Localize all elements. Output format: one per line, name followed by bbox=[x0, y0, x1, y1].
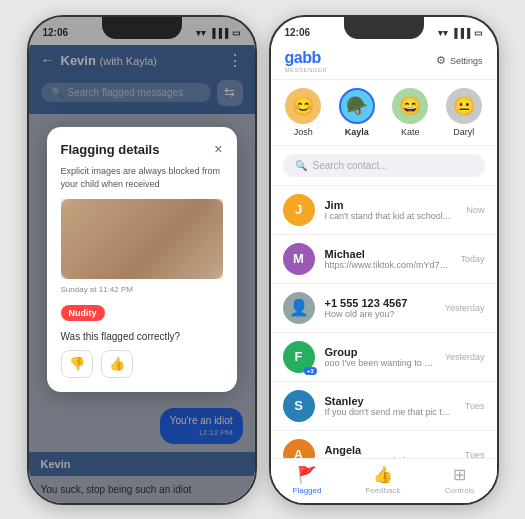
search-placeholder-right: Search contact... bbox=[313, 160, 388, 171]
left-phone: 12:06 ▾▾ ▐▐▐ ▭ ← Kevin (with Kayla) ⋮ 🔍 … bbox=[27, 15, 257, 505]
contact-unknown[interactable]: 👤 +1 555 123 4567 How old are you? Yeste… bbox=[271, 284, 497, 333]
thumb-up-button[interactable]: 👍 bbox=[101, 350, 133, 378]
nav-flagged[interactable]: 🚩 Flagged bbox=[293, 465, 322, 495]
thumb-down-button[interactable]: 👎 bbox=[61, 350, 93, 378]
flag-icon: 🚩 bbox=[297, 465, 317, 484]
controls-icon: ⊞ bbox=[453, 465, 466, 484]
group-badge: +3 bbox=[304, 367, 317, 375]
nav-feedback[interactable]: 👍 Feedback bbox=[365, 465, 400, 495]
contact-avatar-unknown: 👤 bbox=[283, 292, 315, 324]
contact-info-jim: Jim I can't stand that kid at school... bbox=[325, 199, 457, 221]
nudity-badge: Nudity bbox=[61, 305, 105, 321]
settings-label: Settings bbox=[450, 56, 483, 66]
contact-avatar-angela: A bbox=[283, 439, 315, 458]
avatar-name-kayla: Kayla bbox=[345, 127, 369, 137]
search-bar-right: 🔍 Search contact... bbox=[271, 146, 497, 186]
avatar-daryl[interactable]: 😐 Daryl bbox=[446, 88, 482, 137]
time-right: 12:06 bbox=[285, 27, 311, 38]
thumb-buttons: 👎 👍 bbox=[61, 350, 223, 378]
signal-icon-right: ▐▐▐ bbox=[451, 28, 470, 38]
wifi-icon-right: ▾▾ bbox=[438, 28, 448, 38]
gabb-logo-area: gabb MESSENGER bbox=[285, 49, 328, 73]
avatar-circle-kayla: 🪖 bbox=[339, 88, 375, 124]
modal-overlay: Flagging details × Explicit images are a… bbox=[29, 45, 255, 503]
contact-info-unknown: +1 555 123 4567 How old are you? bbox=[325, 297, 435, 319]
contact-info-michael: Michael https://www.tiktok.com/mYd773... bbox=[325, 248, 451, 270]
avatar-kayla[interactable]: 🪖 Kayla bbox=[339, 88, 375, 137]
contact-info-angela: Angela Don't be an asswhole bbox=[325, 444, 455, 458]
contact-group[interactable]: F +3 Group ooo I've been wanting to vape… bbox=[271, 333, 497, 382]
modal-description: Explicit images are always blocked from … bbox=[61, 165, 223, 190]
contact-angela[interactable]: A Angela Don't be an asswhole Tues bbox=[271, 431, 497, 458]
contact-stanley[interactable]: S Stanley If you don't send me that pic … bbox=[271, 382, 497, 431]
avatar-name-daryl: Daryl bbox=[453, 127, 474, 137]
flagging-question: Was this flagged correctly? bbox=[61, 331, 223, 342]
contact-jim[interactable]: J Jim I can't stand that kid at school..… bbox=[271, 186, 497, 235]
contact-avatar-jim: J bbox=[283, 194, 315, 226]
avatar-circle-josh: 😊 bbox=[285, 88, 321, 124]
status-icons-right: ▾▾ ▐▐▐ ▭ bbox=[438, 28, 482, 38]
modal-header: Flagging details × bbox=[61, 141, 223, 157]
contact-michael[interactable]: M Michael https://www.tiktok.com/mYd773.… bbox=[271, 235, 497, 284]
nav-controls[interactable]: ⊞ Controls bbox=[445, 465, 475, 495]
feedback-icon: 👍 bbox=[373, 465, 393, 484]
gabb-sub: MESSENGER bbox=[285, 67, 328, 73]
contact-info-group: Group ooo I've been wanting to vape... bbox=[325, 346, 435, 368]
gear-icon: ⚙ bbox=[436, 54, 446, 67]
settings-button[interactable]: ⚙ Settings bbox=[436, 54, 483, 67]
avatar-kate[interactable]: 😄 Kate bbox=[392, 88, 428, 137]
contact-avatar-group: F +3 bbox=[283, 341, 315, 373]
notch-right bbox=[344, 17, 424, 39]
avatar-name-josh: Josh bbox=[294, 127, 313, 137]
right-phone: 12:06 ▾▾ ▐▐▐ ▭ gabb MESSENGER ⚙ Settings… bbox=[269, 15, 499, 505]
avatar-name-kate: Kate bbox=[401, 127, 420, 137]
nav-feedback-label: Feedback bbox=[365, 486, 400, 495]
contact-avatar-michael: M bbox=[283, 243, 315, 275]
battery-icon-right: ▭ bbox=[474, 28, 483, 38]
flagging-modal: Flagging details × Explicit images are a… bbox=[47, 127, 237, 391]
search-input-right[interactable]: 🔍 Search contact... bbox=[283, 154, 485, 177]
modal-image bbox=[61, 199, 223, 279]
right-header: gabb MESSENGER ⚙ Settings bbox=[271, 45, 497, 80]
contacts-list: J Jim I can't stand that kid at school..… bbox=[271, 186, 497, 458]
contact-info-stanley: Stanley If you don't send me that pic to… bbox=[325, 395, 455, 417]
modal-title: Flagging details bbox=[61, 142, 160, 157]
avatars-row: 😊 Josh 🪖 Kayla 😄 Kate 😐 Daryl bbox=[271, 80, 497, 146]
search-icon-right: 🔍 bbox=[295, 160, 307, 171]
bottom-nav: 🚩 Flagged 👍 Feedback ⊞ Controls bbox=[271, 458, 497, 503]
nav-flagged-label: Flagged bbox=[293, 486, 322, 495]
nav-controls-label: Controls bbox=[445, 486, 475, 495]
gabb-logo: gabb bbox=[285, 49, 321, 66]
avatar-circle-kate: 😄 bbox=[392, 88, 428, 124]
avatar-circle-daryl: 😐 bbox=[446, 88, 482, 124]
contact-avatar-stanley: S bbox=[283, 390, 315, 422]
modal-timestamp: Sunday at 11:42 PM bbox=[61, 285, 223, 294]
modal-close-button[interactable]: × bbox=[214, 141, 222, 157]
avatar-josh[interactable]: 😊 Josh bbox=[285, 88, 321, 137]
